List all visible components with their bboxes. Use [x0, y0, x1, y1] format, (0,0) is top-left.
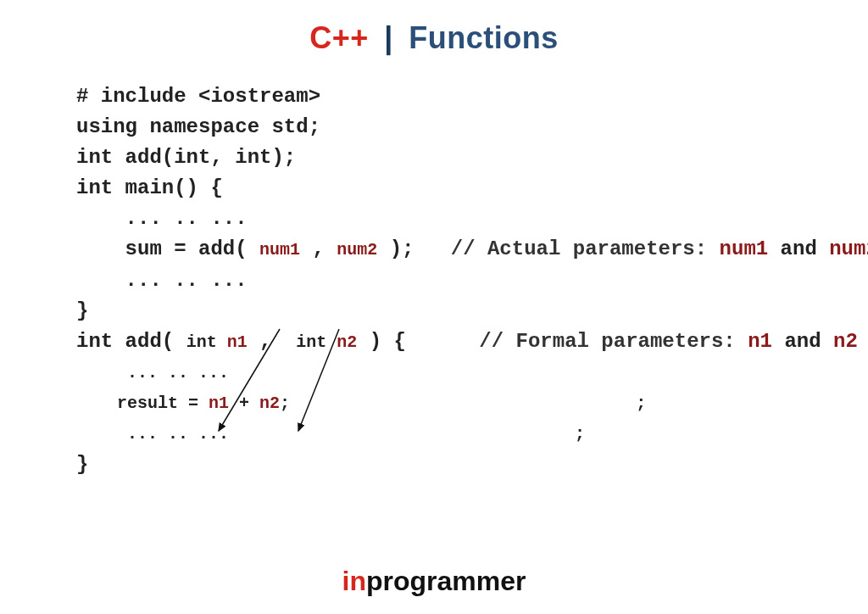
- comment-n1: n1: [748, 330, 772, 353]
- result-n1: n1: [209, 394, 229, 413]
- formal-param-n1: n1: [227, 332, 248, 352]
- code-line-ellipsis: ... .. ...: [76, 265, 805, 296]
- code-line-prototype: int add(int, int);: [76, 142, 805, 173]
- code-line-def: int add( int n1 , int n2 ) { // Formal p…: [76, 327, 805, 358]
- code-line-main-close: }: [76, 296, 805, 327]
- code-line-ellipsis: ... .. ...: [76, 358, 805, 388]
- code-line-main-open: int main() {: [76, 173, 805, 204]
- comment-n2: n2: [833, 330, 858, 353]
- code-line-call: sum = add( num1 , num2 ); // Actual para…: [76, 234, 805, 265]
- code-line-def-close: }: [76, 449, 805, 480]
- code-text: sum = add(: [76, 237, 259, 260]
- comment-actual: // Actual parameters:: [415, 237, 720, 260]
- actual-param-num1: num1: [259, 240, 300, 260]
- stray-semi: ;: [290, 394, 646, 413]
- title-right: Functions: [409, 20, 558, 55]
- footer-brand: inprogrammer: [0, 566, 868, 597]
- footer-rest: programmer: [366, 566, 526, 596]
- page-title: C++ | Functions: [0, 0, 868, 56]
- title-left: C++: [309, 20, 369, 55]
- code-line-ellipsis: ... .. ... ;: [76, 419, 805, 449]
- code-text: );: [377, 237, 414, 260]
- code-text: +: [229, 394, 259, 413]
- code-block: # include <iostream> using namespace std…: [76, 81, 805, 480]
- code-line-result: result = n1 + n2; ;: [76, 388, 805, 419]
- actual-param-num2: num2: [337, 240, 377, 260]
- formal-type2: int: [296, 332, 337, 352]
- comment-num1: num1: [720, 237, 769, 260]
- code-text: ... .. ...: [76, 424, 229, 444]
- comment-formal: // Formal parameters:: [406, 330, 748, 353]
- title-pipe: |: [384, 20, 393, 55]
- code-text: ,: [248, 330, 297, 353]
- formal-param-n2: n2: [337, 332, 357, 352]
- code-text: result =: [76, 394, 209, 413]
- code-text: ) {: [357, 330, 406, 353]
- result-n2: n2: [259, 394, 280, 413]
- stray-semi: ;: [229, 424, 585, 444]
- code-text: int add(: [76, 330, 186, 353]
- code-text: and: [768, 237, 829, 260]
- comment-num2: num2: [829, 237, 868, 260]
- code-text: and: [772, 330, 833, 353]
- code-line-include: # include <iostream>: [76, 81, 805, 112]
- code-text: ,: [300, 237, 337, 260]
- footer-in: in: [342, 566, 366, 596]
- code-line-ellipsis: ... .. ...: [76, 204, 805, 234]
- code-line-using: using namespace std;: [76, 112, 805, 142]
- formal-type1: int: [186, 332, 227, 352]
- code-text: ;: [280, 394, 290, 413]
